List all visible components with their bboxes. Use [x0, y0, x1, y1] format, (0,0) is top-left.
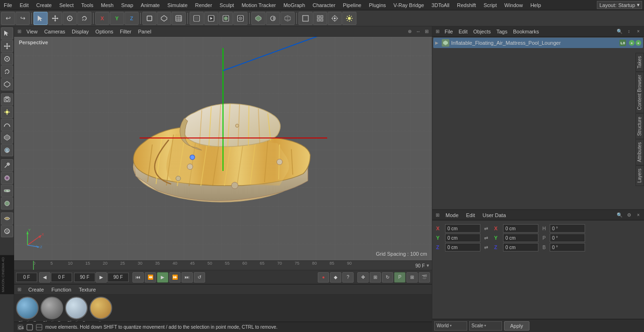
- menu-vray[interactable]: V-Ray Bridge: [390, 1, 428, 9]
- light-button[interactable]: [342, 12, 356, 25]
- playback-active-btn[interactable]: P: [394, 272, 405, 283]
- world-dropdown[interactable]: World ▾: [434, 321, 467, 331]
- tool-scale[interactable]: [1, 53, 13, 65]
- goto-start-btn[interactable]: ⏮: [132, 272, 144, 283]
- tool-move[interactable]: [1, 40, 13, 52]
- timeline-playhead[interactable]: [33, 261, 34, 270]
- menu-sculpt[interactable]: Sculpt: [216, 1, 238, 9]
- apply-button[interactable]: Apply: [504, 321, 529, 331]
- attributes-edit-btn[interactable]: Edit: [463, 212, 478, 219]
- right-frame-arrow[interactable]: ▼: [426, 263, 430, 268]
- z-axis-button[interactable]: Z: [124, 12, 139, 25]
- goto-end-btn[interactable]: ⏭: [182, 272, 193, 283]
- menu-character[interactable]: Character: [309, 1, 339, 9]
- tab-takes[interactable]: Takes: [636, 53, 644, 72]
- y-lock-icon[interactable]: ⇄: [482, 234, 490, 242]
- object-expand-arrow[interactable]: ▶: [435, 40, 440, 45]
- render-region-button[interactable]: [190, 12, 204, 25]
- playback-move2-btn[interactable]: ✥: [357, 272, 369, 283]
- material-mattress[interactable]: mattress: [90, 297, 112, 325]
- viewport-menu-icon[interactable]: ⊞: [16, 28, 23, 35]
- menu-render[interactable]: Render: [191, 1, 216, 9]
- viewport-panel-menu[interactable]: Panel: [135, 28, 154, 35]
- 3d-viewport[interactable]: Perspective Grid Spacing : 100 cm: [14, 37, 432, 260]
- viewport-filter-menu[interactable]: Filter: [117, 28, 134, 35]
- playback-cam-btn[interactable]: 🎬: [419, 272, 430, 283]
- menu-create[interactable]: Create: [33, 1, 56, 9]
- viewport-sync-icon[interactable]: ⊕: [406, 28, 413, 35]
- texture-mode-button[interactable]: [172, 12, 186, 25]
- tab-layers[interactable]: Layers: [636, 165, 644, 186]
- viewport-display-menu[interactable]: Display: [69, 28, 91, 35]
- attributes-userdata-btn[interactable]: User Data: [480, 212, 509, 219]
- menu-redshift[interactable]: Redshift: [453, 1, 479, 9]
- current-frame-field[interactable]: 0 F: [16, 273, 37, 282]
- end-frame-field[interactable]: 90 F: [74, 273, 95, 282]
- x-lock-icon[interactable]: ⇄: [482, 224, 490, 233]
- objects-tags-btn[interactable]: Tags: [495, 28, 509, 35]
- object-mode-button[interactable]: [142, 12, 157, 25]
- play-btn[interactable]: ▶: [157, 272, 168, 283]
- move-tool-button[interactable]: [48, 12, 62, 25]
- y-pos-field[interactable]: 0 cm: [445, 234, 480, 242]
- materials-texture-btn[interactable]: Texture: [77, 286, 98, 293]
- attributes-search-icon[interactable]: 🔍: [616, 211, 623, 219]
- object-row-mattress[interactable]: ▶ Inflatable_Floating_Air_Mattress_Pool_…: [433, 38, 643, 48]
- objects-objects-btn[interactable]: Objects: [471, 28, 493, 35]
- viewport-options-menu[interactable]: Options: [92, 28, 116, 35]
- scale-dropdown[interactable]: Scale ▾: [469, 321, 502, 331]
- menu-animate[interactable]: Animate: [137, 1, 164, 9]
- materials-function-btn[interactable]: Function: [50, 286, 73, 293]
- viewport-shading-2[interactable]: [266, 12, 280, 25]
- viewport-cameras-menu[interactable]: Cameras: [41, 28, 68, 35]
- playback-keyframe-btn[interactable]: ◆: [330, 272, 341, 283]
- loop-btn[interactable]: ↺: [194, 272, 205, 283]
- playback-record-btn[interactable]: ●: [318, 272, 329, 283]
- tool-magnet[interactable]: [1, 172, 13, 184]
- status-icon-3[interactable]: [35, 323, 43, 332]
- menu-window[interactable]: Window: [501, 1, 527, 9]
- end-frame-field2[interactable]: 90 F: [107, 273, 129, 282]
- menu-select[interactable]: Select: [56, 1, 78, 9]
- select-tool-button[interactable]: [33, 12, 48, 25]
- render-view-button[interactable]: [204, 12, 218, 25]
- menu-edit[interactable]: Edit: [16, 1, 33, 9]
- menu-simulate[interactable]: Simulate: [164, 1, 191, 9]
- object-visible-dot[interactable]: ●: [629, 40, 635, 46]
- start-frame-field[interactable]: 0 F: [51, 273, 72, 282]
- attributes-mode-btn[interactable]: Mode: [443, 212, 462, 219]
- tab-attributes[interactable]: Attributes: [636, 139, 644, 165]
- tool-knife[interactable]: [1, 159, 13, 171]
- viewport-maximize-icon[interactable]: ⊞: [423, 28, 430, 35]
- viewport-view-menu[interactable]: View: [24, 28, 41, 35]
- layout-selector[interactable]: Layout: Startup ▾: [597, 1, 642, 9]
- objects-collapse-icon[interactable]: ↕: [625, 28, 633, 35]
- viewport-shading-3[interactable]: [281, 12, 295, 25]
- x-size-field[interactable]: 0 cm: [503, 224, 538, 233]
- menu-snap[interactable]: Snap: [117, 1, 137, 9]
- menu-3dtoall[interactable]: 3DToAll: [428, 1, 453, 9]
- objects-search-icon[interactable]: 🔍: [616, 28, 623, 35]
- active-object-view[interactable]: [328, 12, 342, 25]
- material-plastic-b[interactable]: Plastic_B: [41, 297, 63, 325]
- tool-selection[interactable]: [1, 27, 13, 40]
- status-icon-1[interactable]: C4: [16, 323, 25, 332]
- step-fwd-btn[interactable]: ⏩: [169, 272, 181, 283]
- b-field[interactable]: 0 °: [550, 243, 585, 251]
- z-pos-field[interactable]: 0 cm: [445, 243, 480, 251]
- tool-deform[interactable]: [1, 212, 13, 225]
- z-size-icon[interactable]: B: [540, 243, 548, 251]
- tool-polygon[interactable]: [1, 131, 13, 144]
- playback-motion-btn[interactable]: ?: [342, 272, 354, 283]
- timeline-ruler-area[interactable]: 0 5 10 15 20 25 30 35 40 45 50 55 60 65 …: [14, 260, 432, 270]
- playback-grid2-btn[interactable]: ⊞: [406, 272, 418, 283]
- status-icon-2[interactable]: [25, 323, 34, 332]
- tool-soften[interactable]: [1, 197, 13, 210]
- x-pos-field[interactable]: 0 cm: [445, 224, 480, 233]
- tab-structure[interactable]: Structure: [636, 113, 644, 139]
- tool-measure[interactable]: S: [1, 185, 13, 197]
- tab-content-browser[interactable]: Content Browser: [636, 72, 644, 113]
- frame-range-next[interactable]: ▶: [96, 272, 107, 283]
- menu-pipeline[interactable]: Pipeline: [339, 1, 365, 9]
- objects-file-btn[interactable]: File: [443, 28, 455, 35]
